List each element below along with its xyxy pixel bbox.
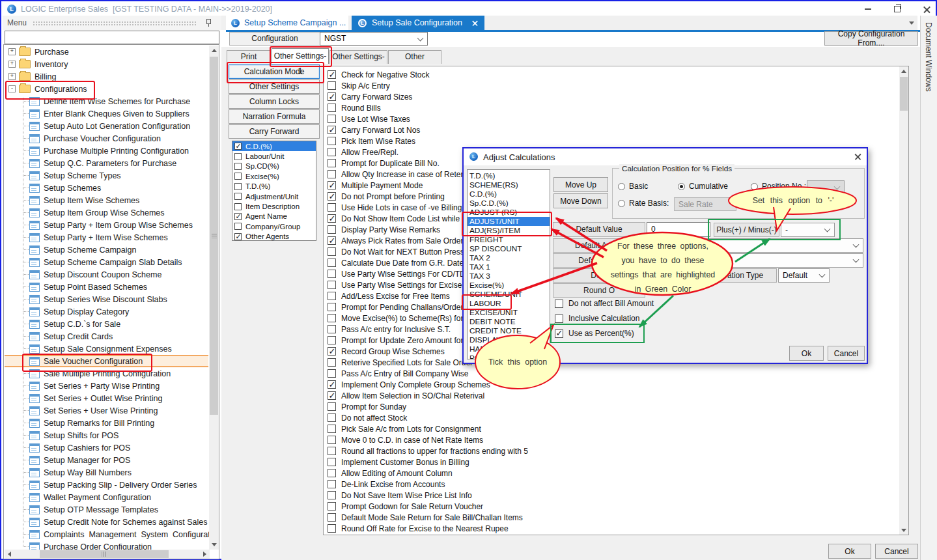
calc-field-item[interactable]: TAX 1 bbox=[468, 262, 550, 272]
tree-item[interactable]: Setup Item Wise Schemes bbox=[5, 194, 209, 206]
option-row[interactable]: Pick Item Wise Rates bbox=[328, 136, 415, 146]
tree-item[interactable]: Purchase Order Configuration bbox=[5, 540, 209, 550]
checkbox[interactable] bbox=[328, 347, 336, 356]
checkbox[interactable] bbox=[234, 173, 242, 180]
tree-horizontal-scrollbar[interactable] bbox=[5, 550, 209, 559]
dialog-checkbox-row[interactable]: Inclusive Calculation bbox=[555, 314, 639, 323]
calc-field-item[interactable]: EXCISE/UNIT bbox=[468, 308, 550, 317]
checkbox[interactable] bbox=[328, 281, 336, 289]
checkbox[interactable] bbox=[328, 458, 336, 466]
checkbox[interactable] bbox=[328, 469, 336, 477]
tree-vertical-scrollbar[interactable] bbox=[209, 46, 219, 550]
checkbox[interactable] bbox=[328, 181, 336, 189]
option-row[interactable]: Pick Sale A/c from Lots for Consignment bbox=[328, 424, 481, 434]
option-row[interactable]: Allow Free/Repl. bbox=[328, 147, 399, 157]
checkbox[interactable] bbox=[328, 270, 336, 278]
calc-field-item[interactable]: CREDIT NOTE bbox=[468, 326, 550, 335]
settings-tab-other-settings-2[interactable]: Other Settings-2 bbox=[329, 50, 387, 64]
checkbox[interactable] bbox=[328, 447, 336, 455]
checkbox[interactable] bbox=[328, 126, 336, 134]
option-row[interactable]: Use Lot Wise Taxes bbox=[328, 114, 410, 124]
dialog-close-icon[interactable] bbox=[855, 154, 861, 160]
settings-tab-other-settings-1[interactable]: Other Settings-1 bbox=[272, 48, 329, 64]
move-down-button[interactable]: Move Down bbox=[553, 193, 608, 208]
calc-field-item[interactable]: SP DISCOUNT bbox=[468, 244, 550, 253]
checkbox[interactable] bbox=[328, 104, 336, 112]
tree-item[interactable]: Set Series + User Wise Printing bbox=[5, 404, 209, 417]
menu-search-input[interactable] bbox=[5, 31, 219, 44]
checkbox[interactable] bbox=[328, 115, 336, 123]
cancel-button[interactable]: Cancel bbox=[875, 544, 918, 559]
tree-item[interactable]: Set Series + Party Wise Printing bbox=[5, 380, 209, 392]
calc-field-item[interactable]: POST bbox=[468, 354, 550, 359]
options-vertical-scrollbar[interactable] bbox=[899, 66, 908, 535]
minimize-button[interactable] bbox=[858, 3, 878, 16]
tree-item[interactable]: Setup Manager for POS bbox=[5, 454, 209, 466]
default-value-input[interactable]: 0 bbox=[647, 222, 710, 237]
option-row[interactable]: Move Excise(%) to Scheme(Rs) for Free bbox=[328, 313, 481, 323]
scroll-up-button[interactable] bbox=[209, 46, 219, 55]
option-row[interactable]: Prompt for Update Zero Amount for Othe bbox=[328, 335, 482, 345]
option-row[interactable]: Always Pick Rates from Sale Order bbox=[328, 236, 463, 245]
radio-button[interactable] bbox=[618, 200, 625, 207]
tab-list-chevron-icon[interactable] bbox=[909, 21, 914, 25]
option-row[interactable]: Reterive Specified Lots for Sale Order bbox=[328, 357, 473, 367]
field-row[interactable]: C.D.(%) bbox=[232, 141, 316, 151]
option-row[interactable]: Calculate Due Date from G.R. Date bbox=[328, 258, 464, 268]
checkbox[interactable] bbox=[328, 502, 336, 511]
calc-field-item[interactable]: ADJUST/UNIT bbox=[468, 217, 550, 226]
dialog-ok-button[interactable]: Ok bbox=[789, 346, 824, 361]
radio-basic[interactable]: Basic bbox=[618, 182, 648, 191]
scroll-up-button[interactable] bbox=[899, 66, 908, 76]
pin-icon[interactable] bbox=[205, 19, 212, 27]
calc-field-item[interactable]: ADJUST (RS) bbox=[468, 208, 550, 217]
option-row[interactable]: Record Group Wise Schemes bbox=[328, 346, 445, 356]
tree-item[interactable]: Setup Discount Coupon Scheme bbox=[5, 268, 209, 281]
tree-item[interactable]: Enter Blank Cheques Given to Suppliers bbox=[5, 107, 209, 120]
checkbox[interactable] bbox=[328, 402, 336, 411]
option-row[interactable]: Move 0 to C.D. in case of Net Rate Items bbox=[328, 435, 483, 445]
option-row[interactable]: Implement Customer Bonus in Billing bbox=[328, 457, 469, 467]
calc-field-item[interactable]: TAX 3 bbox=[468, 272, 550, 281]
option-row[interactable]: Round Bills bbox=[328, 103, 381, 113]
tab-close-icon[interactable] bbox=[472, 20, 478, 26]
checkbox[interactable] bbox=[555, 300, 563, 308]
calc-field-item[interactable]: DEBIT NOTE bbox=[468, 317, 550, 326]
option-row[interactable]: Default Mode Sale Return for Sale Bill/C… bbox=[328, 512, 523, 522]
checkbox[interactable] bbox=[328, 70, 336, 79]
field-row[interactable]: Sp.CD(%) bbox=[232, 161, 316, 171]
checkbox[interactable] bbox=[328, 314, 336, 322]
checkbox[interactable] bbox=[328, 436, 336, 444]
tree-item[interactable]: Setup Remarks for Bill Printing bbox=[5, 417, 209, 429]
checkbox[interactable] bbox=[234, 153, 242, 160]
tree-item[interactable]: Setup OTP Message Templates bbox=[5, 503, 209, 516]
checkbox[interactable] bbox=[328, 259, 336, 267]
radio-rate-basis-[interactable]: Rate Basis: bbox=[618, 199, 669, 208]
move-up-button[interactable]: Move Up bbox=[553, 177, 608, 192]
radio-cumulative[interactable]: Cumulative bbox=[678, 182, 728, 191]
checkbox[interactable] bbox=[328, 159, 336, 167]
tree-item[interactable]: Setup Scheme Campaign bbox=[5, 244, 209, 256]
tree-item[interactable]: Purchase Voucher Configuration bbox=[5, 132, 209, 145]
option-row[interactable]: Implement Only Complete Group Schemes bbox=[328, 380, 490, 389]
checkbox[interactable] bbox=[328, 137, 336, 145]
tree-folder[interactable]: +Billing bbox=[5, 70, 209, 83]
field-row[interactable]: Adjustment/Unit bbox=[232, 191, 316, 201]
side-button-calculation-mode[interactable]: Calculation Mode bbox=[229, 64, 320, 79]
calc-field-item[interactable]: C.D.(%) bbox=[468, 189, 550, 199]
field-row[interactable]: Item Description bbox=[232, 201, 316, 211]
radio-button[interactable] bbox=[751, 183, 758, 190]
checkbox[interactable] bbox=[328, 391, 336, 400]
checkbox[interactable] bbox=[555, 315, 563, 323]
checkbox[interactable] bbox=[328, 425, 336, 433]
option-row[interactable]: Check for Negative Stock bbox=[328, 70, 429, 79]
option-row[interactable]: Multiple Payment Mode bbox=[328, 180, 423, 190]
calc-field-item[interactable]: ADJ(RS)/ITEM bbox=[468, 226, 550, 235]
checkbox[interactable] bbox=[328, 192, 336, 201]
radio-button[interactable] bbox=[618, 183, 625, 190]
checkbox[interactable] bbox=[234, 203, 242, 210]
option-row[interactable]: Allow Qty Increase in case of Reterived … bbox=[328, 169, 485, 179]
checkbox[interactable] bbox=[234, 143, 242, 150]
plus-minus-select[interactable]: - bbox=[781, 223, 835, 237]
checkbox[interactable] bbox=[328, 325, 336, 333]
